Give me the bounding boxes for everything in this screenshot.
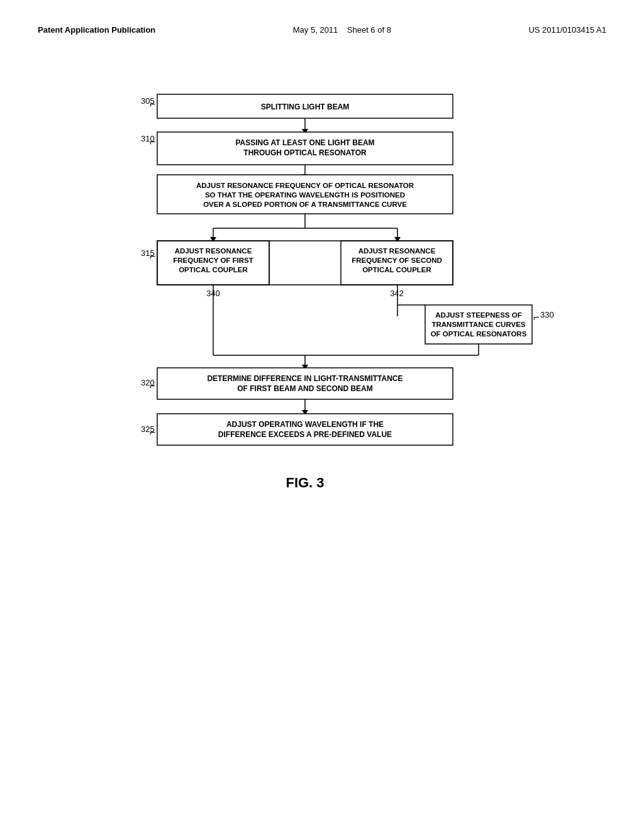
box-342-text2: FREQUENCY OF SECOND [352, 257, 442, 264]
header: Patent Application Publication May 5, 20… [38, 25, 606, 35]
curve-315: ⌐ [150, 251, 155, 262]
box-330-text2: TRANSMITTANCE CURVES [431, 321, 525, 328]
box-340-text2: FREQUENCY OF FIRST [173, 257, 253, 264]
page: Patent Application Publication May 5, 20… [0, 0, 644, 830]
curve-320: ⌐ [150, 380, 155, 391]
curve-325: ⌐ [150, 427, 155, 438]
ref-330: 330 [540, 310, 554, 319]
box-342-text3: OPTICAL COUPLER [362, 266, 431, 274]
header-date: May 5, 2011 [293, 25, 338, 35]
box-adj-text3: OVER A SLOPED PORTION OF A TRANSMITTANCE… [203, 201, 407, 208]
box-adj-text1: ADJUST RESONANCE FREQUENCY OF OPTICAL RE… [196, 182, 414, 189]
num-342: 342 [390, 289, 404, 298]
box-340-text1: ADJUST RESONANCE [175, 247, 252, 255]
box-330-text3: OF OPTICAL RESONATORS [431, 330, 527, 338]
box-305-text: SPLITTING LIGHT BEAM [261, 102, 350, 111]
box-340-text3: OPTICAL COUPLER [179, 266, 248, 274]
curve-330: ⌐ [533, 312, 539, 323]
header-date-sheet: May 5, 2011 Sheet 6 of 8 [293, 25, 391, 35]
box-325-text1: ADJUST OPERATING WAVELENGTH IF THE [226, 420, 384, 429]
fig-label: FIG. 3 [286, 475, 324, 490]
header-publication-label: Patent Application Publication [38, 25, 155, 35]
box-310-text1: PASSING AT LEAST ONE LIGHT BEAM [235, 138, 374, 147]
box-342-text1: ADJUST RESONANCE [358, 247, 436, 255]
box-adj-text2: SO THAT THE OPERATING WAVELENGTH IS POSI… [205, 191, 405, 199]
box-320 [157, 368, 453, 399]
box-330-text1: ADJUST STEEPNESS OF [435, 311, 521, 319]
box-320-text2: OF FIRST BEAM AND SECOND BEAM [237, 384, 373, 393]
box-325-text2: DIFFERENCE EXCEEDS A PRE-DEFINED VALUE [218, 430, 392, 439]
header-patent-number: US 2011/0103415 A1 [528, 25, 606, 35]
box-320-text1: DETERMINE DIFFERENCE IN LIGHT-TRANSMITTA… [207, 374, 402, 383]
diagram-svg: 305 ⌐ SPLITTING LIGHT BEAM 310 ⌐ PASSING… [89, 72, 555, 588]
box-310-text2: THROUGH OPTICAL RESONATOR [243, 148, 367, 157]
header-sheet: Sheet 6 of 8 [347, 25, 391, 35]
curve-310: ⌐ [150, 136, 155, 147]
box-325 [157, 414, 453, 445]
curve-305: ⌐ [150, 99, 155, 109]
